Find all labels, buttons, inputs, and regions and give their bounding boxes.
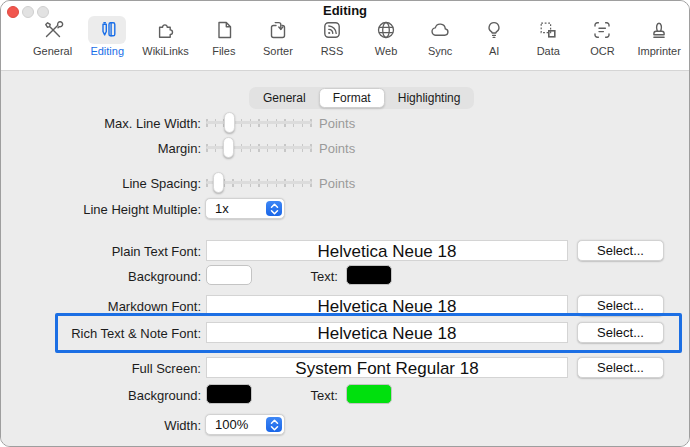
toolbar-items: General Editing WikiLi: [33, 16, 681, 57]
toolbar-item-files[interactable]: Files: [205, 16, 243, 57]
puzzle-icon: [147, 16, 185, 44]
margin-row: Margin: Points: [1, 137, 689, 158]
preferences-content: General Format Highlighting Max. Line Wi…: [1, 72, 689, 446]
width-popup[interactable]: 100%: [205, 414, 285, 435]
line-height-multiple-popup[interactable]: 1x: [205, 198, 285, 219]
max-line-width-row: Max. Line Width: Points: [1, 112, 689, 133]
full-screen-label: Full Screen:: [1, 360, 201, 375]
tray-arrow-icon: [259, 16, 297, 44]
margin-label: Margin:: [1, 140, 201, 155]
toolbar-item-sorter[interactable]: Sorter: [259, 16, 297, 57]
plain-text-font-row: Plain Text Font: Helvetica Neue 18 Selec…: [1, 240, 689, 261]
background-label: Background:: [1, 387, 201, 402]
toolbar-item-editing[interactable]: Editing: [88, 16, 126, 57]
slider-track[interactable]: [206, 146, 312, 149]
rich-text-note-font-select-button[interactable]: Select...: [577, 322, 664, 343]
toolbar-label: General: [33, 45, 72, 57]
max-line-width-label: Max. Line Width:: [1, 115, 201, 130]
toolbar-label: Editing: [90, 45, 124, 57]
globe-icon: [367, 16, 405, 44]
points-unit-label: Points: [319, 115, 355, 130]
toolbar-label: Sorter: [263, 45, 293, 57]
toolbar-label: Sync: [428, 45, 452, 57]
chevron-up-down-icon: [266, 201, 282, 216]
line-spacing-slider[interactable]: [206, 172, 312, 193]
markdown-font-field: Helvetica Neue 18: [206, 295, 568, 316]
cloud-icon: [421, 16, 459, 44]
toolbar-item-imprinter[interactable]: Imprinter: [637, 16, 680, 57]
plain-text-colors-row: Background: Text:: [1, 265, 689, 286]
text-label: Text:: [281, 268, 338, 283]
text-color-well[interactable]: [346, 384, 392, 404]
line-spacing-row: Line Spacing: Points: [1, 172, 689, 193]
tools-icon: [34, 16, 72, 44]
data-squares-icon: [529, 16, 567, 44]
slider-thumb[interactable]: [224, 112, 235, 133]
toolbar-item-ai[interactable]: AI: [475, 16, 513, 57]
toolbar-label: Web: [375, 45, 397, 57]
line-height-multiple-row: Line Height Multiple: 1x: [1, 198, 689, 219]
slider-track[interactable]: [206, 121, 312, 124]
width-row: Width: 100%: [1, 414, 689, 435]
titlebar-toolbar: Editing General: [1, 1, 689, 71]
toolbar-item-sync[interactable]: Sync: [421, 16, 459, 57]
rich-text-note-font-row: Rich Text & Note Font: Helvetica Neue 18…: [1, 322, 689, 343]
line-spacing-label: Line Spacing:: [1, 175, 201, 190]
pencil-panel-icon: [88, 16, 126, 44]
line-height-multiple-label: Line Height Multiple:: [1, 201, 201, 216]
markdown-font-select-button[interactable]: Select...: [577, 295, 664, 316]
plain-text-font-label: Plain Text Font:: [1, 243, 201, 258]
width-label: Width:: [1, 417, 201, 432]
text-label: Text:: [281, 387, 338, 402]
tab-highlighting[interactable]: Highlighting: [385, 88, 474, 108]
lightbulb-icon: [475, 16, 513, 44]
toolbar-label: OCR: [590, 45, 614, 57]
max-line-width-slider[interactable]: [206, 112, 312, 133]
margin-slider[interactable]: [206, 137, 312, 158]
full-screen-select-button[interactable]: Select...: [577, 357, 664, 378]
points-unit-label: Points: [319, 140, 355, 155]
tab-general[interactable]: General: [250, 88, 319, 108]
plain-text-font-field: Helvetica Neue 18: [206, 240, 568, 261]
full-screen-colors-row: Background: Text:: [1, 384, 689, 405]
full-screen-font-row: Full Screen: System Font Regular 18 Sele…: [1, 357, 689, 378]
popup-value: 1x: [215, 201, 229, 216]
format-tabs: General Format Highlighting: [249, 87, 474, 109]
toolbar-item-general[interactable]: General: [33, 16, 72, 57]
toolbar-item-ocr[interactable]: OCR: [583, 16, 621, 57]
slider-thumb[interactable]: [213, 172, 224, 193]
toolbar-item-web[interactable]: Web: [367, 16, 405, 57]
background-color-well[interactable]: [206, 384, 252, 404]
ocr-scan-icon: [583, 16, 621, 44]
background-label: Background:: [1, 268, 201, 283]
toolbar-label: Imprinter: [637, 45, 680, 57]
toolbar-label: AI: [489, 45, 499, 57]
markdown-font-label: Markdown Font:: [1, 298, 201, 313]
slider-thumb[interactable]: [223, 137, 234, 158]
full-screen-font-field: System Font Regular 18: [206, 357, 568, 378]
toolbar-label: RSS: [321, 45, 344, 57]
toolbar-item-data[interactable]: Data: [529, 16, 567, 57]
toolbar-item-rss[interactable]: RSS: [313, 16, 351, 57]
text-color-well[interactable]: [346, 265, 392, 285]
toolbar-label: Files: [212, 45, 235, 57]
plain-text-font-select-button[interactable]: Select...: [577, 240, 664, 261]
background-color-well[interactable]: [206, 265, 252, 285]
rich-text-note-font-field: Helvetica Neue 18: [206, 322, 568, 343]
popup-value: 100%: [215, 417, 248, 432]
toolbar-label: WikiLinks: [142, 45, 188, 57]
tab-format[interactable]: Format: [319, 88, 385, 108]
chevron-up-down-icon: [266, 417, 282, 432]
toolbar-item-wikilinks[interactable]: WikiLinks: [142, 16, 188, 57]
rich-text-note-font-label: Rich Text & Note Font:: [1, 325, 201, 340]
toolbar-label: Data: [537, 45, 560, 57]
stamp-icon: [640, 16, 678, 44]
markdown-font-row: Markdown Font: Helvetica Neue 18 Select.…: [1, 295, 689, 316]
document-icon: [205, 16, 243, 44]
rss-icon: [313, 16, 351, 44]
preferences-window: Editing General: [0, 0, 690, 447]
points-unit-label: Points: [319, 175, 355, 190]
